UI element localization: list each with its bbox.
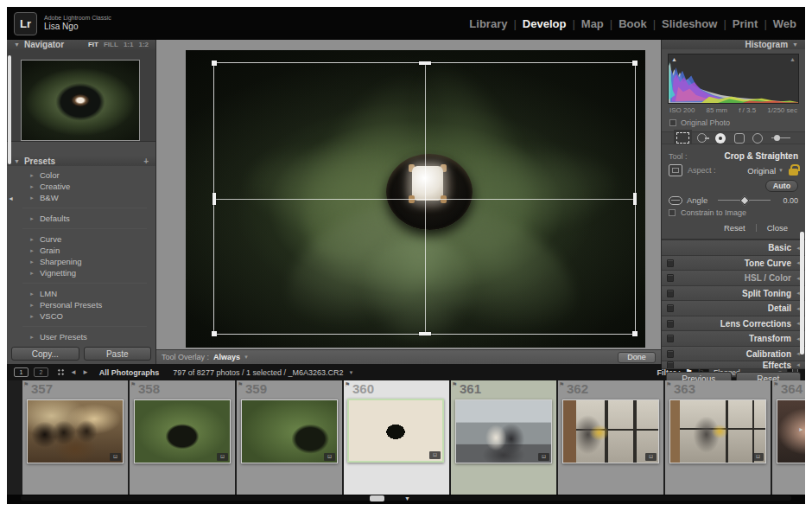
disclosure-icon[interactable]: ► bbox=[29, 259, 35, 265]
straighten-level-icon[interactable] bbox=[669, 196, 682, 205]
crop-badge-icon[interactable]: ⊡ bbox=[110, 453, 121, 461]
angle-slider[interactable] bbox=[718, 200, 771, 201]
crop-badge-icon[interactable]: ⊡ bbox=[752, 453, 764, 461]
main-photo[interactable] bbox=[186, 50, 645, 348]
preset-group-creative[interactable]: ►Creative bbox=[7, 181, 155, 192]
disclosure-icon[interactable]: ► bbox=[29, 237, 35, 242]
module-slideshow[interactable]: Slideshow bbox=[662, 17, 717, 30]
preset-group-lmn[interactable]: ►LMN bbox=[7, 288, 155, 299]
panel-toggle-switch[interactable] bbox=[667, 274, 674, 282]
left-panel-scrollbar[interactable] bbox=[8, 55, 11, 164]
photo-thumbnail[interactable]: ⊡ bbox=[669, 399, 766, 463]
photo-thumbnail[interactable]: ⊡ bbox=[455, 399, 552, 463]
filmstrip-cell-361[interactable]: ⚑ 361 ⊡ bbox=[451, 380, 556, 495]
disclosure-icon[interactable]: ► bbox=[29, 195, 35, 201]
panel-toggle-switch[interactable] bbox=[667, 259, 674, 267]
panel-toggle-switch[interactable] bbox=[667, 361, 674, 369]
crop-handle-bottom-left[interactable] bbox=[212, 331, 217, 336]
flag-icon[interactable]: ⚑ bbox=[773, 381, 778, 388]
module-web[interactable]: Web bbox=[773, 17, 796, 30]
flag-icon[interactable]: ⚑ bbox=[23, 381, 29, 388]
zoom-fit[interactable]: FIT bbox=[88, 41, 98, 48]
module-develop[interactable]: Develop bbox=[523, 17, 567, 30]
preset-group-sharpening[interactable]: ►Sharpening bbox=[7, 256, 155, 267]
preset-group-curve[interactable]: ►Curve bbox=[7, 233, 155, 245]
angle-slider-thumb[interactable] bbox=[739, 195, 749, 205]
photo-thumbnail[interactable]: ⊡ bbox=[347, 399, 444, 463]
disclosure-icon[interactable]: ► bbox=[29, 216, 35, 221]
flag-icon[interactable]: ⚑ bbox=[452, 381, 457, 388]
filmstrip-cell-360-selected[interactable]: ⚑ 360 ⊡ bbox=[344, 380, 449, 495]
panel-toggle-switch[interactable] bbox=[667, 350, 674, 358]
disclosure-icon[interactable]: ► bbox=[29, 248, 35, 253]
section-detail[interactable]: Detail◄ bbox=[662, 301, 805, 316]
flag-icon[interactable]: ⚑ bbox=[130, 381, 136, 388]
section-split-toning[interactable]: Split Toning◄ bbox=[662, 286, 805, 302]
red-eye-tool-icon[interactable] bbox=[715, 133, 726, 144]
flag-icon[interactable]: ⚑ bbox=[666, 381, 671, 388]
graduated-filter-tool-icon[interactable] bbox=[734, 133, 745, 144]
photo-thumbnail[interactable]: ⊡ bbox=[241, 399, 338, 463]
crop-overlay-tool-icon[interactable] bbox=[676, 132, 689, 144]
navigator-header[interactable]: ▼ Navigator FIT FILL 1:1 1:2 bbox=[7, 40, 155, 49]
photo-thumbnail[interactable]: ⊡ bbox=[134, 399, 231, 463]
zoom-1-2[interactable]: 1:2 bbox=[138, 41, 149, 48]
source-label[interactable]: All Photographs bbox=[99, 368, 160, 377]
section-transform[interactable]: Transform◄ bbox=[662, 331, 805, 347]
crop-handle-bottom[interactable] bbox=[419, 332, 431, 335]
preset-group-user[interactable]: ►User Presets bbox=[7, 331, 155, 342]
radial-filter-tool-icon[interactable] bbox=[752, 133, 763, 144]
go-back-icon[interactable]: ◄ bbox=[70, 368, 77, 376]
disclosure-icon[interactable]: ► bbox=[29, 291, 35, 297]
caret-down-icon[interactable]: ▼ bbox=[244, 355, 249, 360]
adjustment-brush-tool-icon[interactable] bbox=[771, 135, 790, 142]
disclosure-icon[interactable]: ► bbox=[29, 303, 35, 308]
module-library[interactable]: Library bbox=[469, 17, 507, 30]
go-forward-icon[interactable]: ► bbox=[82, 368, 89, 376]
disclosure-icon[interactable]: ► bbox=[29, 184, 35, 189]
paste-button[interactable]: Paste bbox=[84, 347, 152, 361]
preset-group-vsco[interactable]: ►VSCO bbox=[7, 310, 155, 322]
panel-toggle-switch[interactable] bbox=[667, 335, 674, 342]
zoom-fill[interactable]: FILL bbox=[104, 41, 118, 48]
section-tone-curve[interactable]: Tone Curve◄ bbox=[662, 256, 805, 271]
crop-handle-top-right[interactable] bbox=[632, 61, 638, 66]
panel-toggle-switch[interactable] bbox=[667, 304, 674, 312]
aspect-value[interactable]: Original bbox=[747, 166, 776, 176]
constrain-checkbox[interactable] bbox=[669, 209, 676, 216]
primary-monitor-icon[interactable]: 1 bbox=[14, 367, 29, 377]
crop-badge-icon[interactable]: ⊡ bbox=[429, 451, 441, 459]
crop-handle-bottom-right[interactable] bbox=[632, 331, 638, 336]
highlight-clipping-icon[interactable]: ▲ bbox=[790, 56, 796, 62]
preset-group-defaults[interactable]: ►Defaults bbox=[7, 213, 155, 224]
original-photo-checkbox[interactable] bbox=[669, 119, 676, 126]
crop-frame-icon[interactable] bbox=[669, 164, 682, 176]
crop-handle-top-left[interactable] bbox=[212, 61, 217, 66]
crop-badge-icon[interactable]: ⊡ bbox=[324, 453, 335, 461]
filmstrip-status[interactable]: 797 of 8277 photos / 1 selected / _M6A32… bbox=[173, 368, 343, 377]
filmstrip-collapse-icon[interactable]: ▼ bbox=[404, 495, 410, 501]
module-book[interactable]: Book bbox=[619, 17, 647, 30]
flag-icon[interactable]: ⚑ bbox=[345, 381, 350, 388]
crop-bounding-box[interactable] bbox=[213, 62, 636, 335]
panel-toggle-switch[interactable] bbox=[667, 290, 674, 297]
add-preset-icon[interactable]: + bbox=[143, 156, 149, 166]
caret-down-icon[interactable]: ▼ bbox=[778, 168, 783, 173]
section-effects[interactable]: Effects◄ bbox=[662, 361, 805, 369]
caret-down-icon[interactable]: ▼ bbox=[348, 370, 353, 375]
navigator-preview-image[interactable] bbox=[21, 60, 140, 141]
photo-thumbnail[interactable]: ⊡ bbox=[562, 399, 659, 463]
aspect-lock-icon[interactable] bbox=[789, 169, 798, 176]
section-lens-corrections[interactable]: Lens Corrections◄ bbox=[662, 316, 805, 332]
filmstrip-cell-357[interactable]: ⚑ 357 ⊡ bbox=[22, 380, 128, 495]
spot-removal-tool-icon[interactable] bbox=[697, 133, 707, 143]
filmstrip-cell-359[interactable]: ⚑ 359 ⊡ bbox=[237, 380, 342, 495]
right-panel-collapse-icon[interactable]: ► bbox=[798, 426, 804, 432]
preset-group-vignetting[interactable]: ►Vignetting bbox=[7, 267, 155, 278]
section-basic[interactable]: Basic◄ bbox=[662, 240, 805, 256]
collapse-triangle-icon[interactable]: ▼ bbox=[14, 42, 20, 48]
section-hsl-color[interactable]: HSL / Color◄ bbox=[662, 271, 805, 286]
histogram-header[interactable]: Histogram ▼ bbox=[662, 40, 805, 49]
left-panel-collapse-icon[interactable]: ◄ bbox=[8, 195, 14, 201]
filmstrip-cell-364[interactable]: ⚑ 364 bbox=[772, 380, 805, 495]
